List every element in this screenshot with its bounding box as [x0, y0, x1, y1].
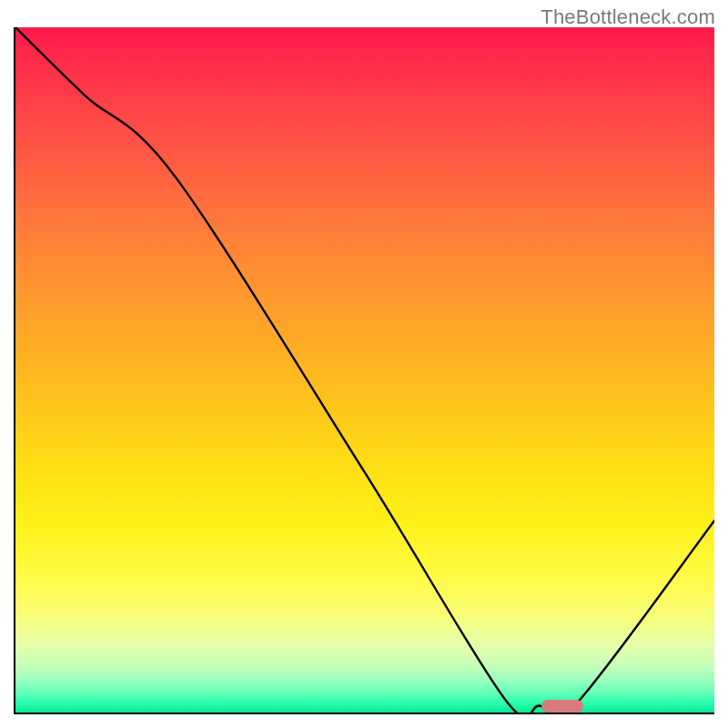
optimal-marker — [541, 700, 583, 713]
watermark-text: TheBottleneck.com — [541, 5, 715, 29]
bottleneck-line — [15, 27, 714, 713]
chart-container: TheBottleneck.com — [0, 0, 728, 728]
plot-area — [14, 27, 714, 714]
